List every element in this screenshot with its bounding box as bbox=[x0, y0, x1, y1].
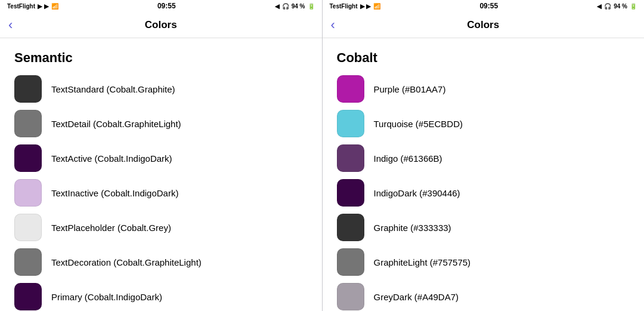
color-swatch bbox=[14, 283, 42, 310]
list-item: TextPlaceholder (Cobalt.Grey) bbox=[14, 214, 308, 241]
color-swatch bbox=[14, 110, 42, 137]
right-content: Cobalt Purple (#B01AA7)Turquoise (#5ECBD… bbox=[323, 38, 645, 311]
color-swatch bbox=[14, 144, 42, 172]
list-item: Indigo (#61366B) bbox=[337, 144, 630, 172]
right-testflight-label: TestFlight bbox=[330, 3, 358, 10]
right-battery-icon: 🔋 bbox=[630, 3, 637, 10]
location-icon: ◀ bbox=[275, 3, 280, 10]
right-battery-label: 94 % bbox=[614, 3, 627, 10]
color-swatch bbox=[337, 179, 364, 207]
color-swatch bbox=[337, 248, 364, 276]
color-swatch bbox=[337, 283, 364, 310]
list-item: TextDecoration (Cobalt.GraphiteLight) bbox=[14, 248, 308, 276]
list-item: Purple (#B01AA7) bbox=[337, 75, 630, 103]
list-item: Primary (Cobalt.IndigoDark) bbox=[14, 283, 308, 310]
list-item: TextActive (Cobalt.IndigoDark) bbox=[14, 144, 308, 172]
left-status-bar: TestFlight ▶ ▶ 📶 09:55 ◀ 🎧 94 % 🔋 bbox=[0, 0, 322, 12]
right-back-button[interactable]: ‹ bbox=[331, 19, 335, 32]
color-swatch bbox=[337, 144, 364, 172]
left-status-time: 09:55 bbox=[157, 2, 176, 10]
color-label: TextActive (Cobalt.IndigoDark) bbox=[51, 153, 172, 164]
color-swatch bbox=[14, 214, 42, 241]
right-nav-title: Colors bbox=[467, 19, 499, 31]
left-color-list: TextStandard (Cobalt.Graphite)TextDetail… bbox=[14, 75, 308, 310]
right-panel: TestFlight ▶ ▶ 📶 09:55 ◀ 🎧 94 % 🔋 ‹ Colo… bbox=[323, 0, 645, 311]
list-item: TextDetail (Cobalt.GraphiteLight) bbox=[14, 110, 308, 137]
color-label: TextDetail (Cobalt.GraphiteLight) bbox=[51, 119, 181, 129]
battery-label: 94 % bbox=[292, 3, 305, 10]
right-status-bar: TestFlight ▶ ▶ 📶 09:55 ◀ 🎧 94 % 🔋 bbox=[323, 0, 645, 12]
right-section-title: Cobalt bbox=[337, 50, 630, 66]
list-item: IndigoDark (#390446) bbox=[337, 179, 630, 207]
color-label: GreyDark (#A49DA7) bbox=[374, 292, 459, 302]
left-nav-title: Colors bbox=[145, 19, 177, 31]
list-item: GreyDark (#A49DA7) bbox=[337, 283, 630, 310]
left-panel: TestFlight ▶ ▶ 📶 09:55 ◀ 🎧 94 % 🔋 ‹ Colo… bbox=[0, 0, 322, 311]
right-status-time: 09:55 bbox=[479, 2, 498, 10]
color-label: Primary (Cobalt.IndigoDark) bbox=[51, 292, 162, 302]
headphones-icon: 🎧 bbox=[282, 3, 289, 10]
color-label: TextInactive (Cobalt.IndigoDark) bbox=[51, 188, 178, 198]
list-item: Turquoise (#5ECBDD) bbox=[337, 110, 630, 137]
color-label: Indigo (#61366B) bbox=[374, 153, 442, 164]
left-nav-bar: ‹ Colors bbox=[0, 12, 322, 38]
right-status-right: ◀ 🎧 94 % 🔋 bbox=[597, 3, 637, 10]
right-color-list: Purple (#B01AA7)Turquoise (#5ECBDD)Indig… bbox=[337, 75, 630, 310]
color-swatch bbox=[337, 75, 364, 103]
right-wifi-icon: 📶 bbox=[373, 3, 380, 10]
list-item: TextInactive (Cobalt.IndigoDark) bbox=[14, 179, 308, 207]
left-content: Semantic TextStandard (Cobalt.Graphite)T… bbox=[0, 38, 322, 311]
signal-icon: ▶ ▶ bbox=[38, 3, 49, 10]
right-status-left: TestFlight ▶ ▶ 📶 bbox=[330, 3, 381, 10]
color-swatch bbox=[14, 179, 42, 207]
list-item: TextStandard (Cobalt.Graphite) bbox=[14, 75, 308, 103]
color-swatch bbox=[337, 110, 364, 137]
list-item: Graphite (#333333) bbox=[337, 214, 630, 241]
battery-icon: 🔋 bbox=[308, 3, 315, 10]
right-headphones-icon: 🎧 bbox=[604, 3, 611, 10]
left-status-left: TestFlight ▶ ▶ 📶 bbox=[7, 3, 58, 10]
left-status-right: ◀ 🎧 94 % 🔋 bbox=[275, 3, 315, 10]
color-label: IndigoDark (#390446) bbox=[374, 188, 460, 198]
color-swatch bbox=[14, 75, 42, 103]
wifi-icon: 📶 bbox=[51, 3, 58, 10]
left-back-button[interactable]: ‹ bbox=[8, 19, 13, 32]
right-location-icon: ◀ bbox=[597, 3, 602, 10]
testflight-label: TestFlight bbox=[7, 3, 35, 10]
color-label: Graphite (#333333) bbox=[374, 223, 451, 233]
list-item: GraphiteLight (#757575) bbox=[337, 248, 630, 276]
color-swatch bbox=[337, 214, 364, 241]
color-label: TextDecoration (Cobalt.GraphiteLight) bbox=[51, 257, 202, 267]
color-swatch bbox=[14, 248, 42, 276]
color-label: TextStandard (Cobalt.Graphite) bbox=[51, 84, 175, 94]
right-signal-icon: ▶ ▶ bbox=[360, 3, 371, 10]
right-nav-bar: ‹ Colors bbox=[323, 12, 645, 38]
color-label: Purple (#B01AA7) bbox=[374, 84, 446, 94]
color-label: TextPlaceholder (Cobalt.Grey) bbox=[51, 223, 171, 233]
color-label: Turquoise (#5ECBDD) bbox=[374, 119, 463, 129]
color-label: GraphiteLight (#757575) bbox=[374, 257, 471, 267]
left-section-title: Semantic bbox=[14, 50, 308, 66]
